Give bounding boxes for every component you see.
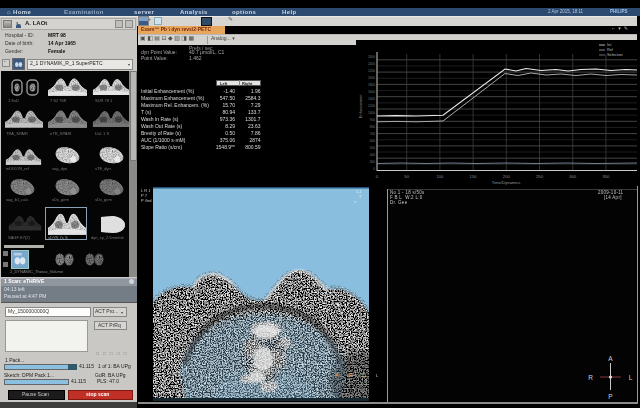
svg-text:A: A (335, 372, 339, 378)
svg-text:800: 800 (370, 125, 376, 129)
svg-text:Selection: Selection (607, 53, 623, 57)
svg-text:2000: 2000 (368, 76, 375, 80)
svg-text:900: 900 (370, 118, 376, 122)
svg-text:100: 100 (436, 174, 444, 179)
svg-text:0: 0 (373, 167, 375, 171)
svg-text:400: 400 (370, 153, 376, 157)
svg-text:700: 700 (370, 132, 376, 136)
svg-text:200: 200 (503, 174, 511, 179)
svg-text:2600: 2600 (368, 55, 375, 59)
svg-text:L: L (629, 374, 633, 381)
svg-text:2400: 2400 (368, 62, 375, 66)
svg-text:350: 350 (602, 174, 610, 179)
svg-text:R: R (588, 374, 593, 381)
svg-text:1600: 1600 (368, 90, 375, 94)
svg-text:1800: 1800 (368, 83, 375, 87)
svg-text:s: s (354, 199, 356, 204)
svg-text:Ref: Ref (607, 48, 614, 52)
svg-text:1400: 1400 (368, 97, 375, 101)
svg-text:150: 150 (470, 174, 478, 179)
svg-text:300: 300 (569, 174, 577, 179)
svg-text:500: 500 (370, 146, 376, 150)
svg-text:F: F (349, 372, 353, 378)
svg-text:Enhancement: Enhancement (359, 94, 363, 118)
svg-text:P: P (608, 393, 612, 400)
svg-text:300: 300 (370, 160, 376, 164)
svg-text:Time/Dynamics: Time/Dynamics (492, 180, 521, 185)
svg-text:1000: 1000 (368, 111, 375, 115)
svg-text:2200: 2200 (368, 69, 375, 73)
svg-text:1200: 1200 (368, 104, 375, 108)
svg-text:250: 250 (536, 174, 544, 179)
svg-text:600: 600 (370, 139, 376, 143)
svg-text:50: 50 (404, 174, 409, 179)
svg-text:A: A (608, 355, 613, 362)
